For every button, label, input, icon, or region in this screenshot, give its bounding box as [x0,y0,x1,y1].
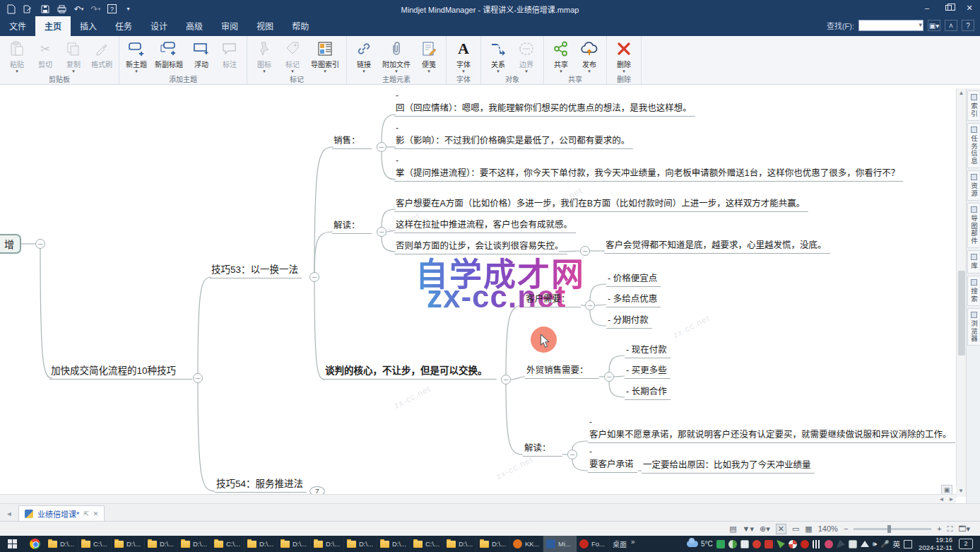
topic-customer-need-2[interactable]: - 多给点优惠 [606,291,661,307]
flower-app-icon[interactable] [825,540,833,548]
panel-tab-browser[interactable]: 浏览器 [967,308,979,346]
tab-file[interactable]: 文件 [0,16,35,36]
panel-tab-search[interactable]: 搜索 [967,276,979,306]
undo-icon[interactable]: ↶▾ [73,4,84,14]
topic-jiedu-item-3-child[interactable]: 客户会觉得都不知道是底，越要求，心里越发慌，没底。 [604,237,830,254]
collapse-node-main[interactable]: – [193,373,203,383]
paste-button[interactable]: 粘贴 [3,37,31,74]
topic-customer-need-3[interactable]: - 分期付款 [606,312,652,329]
topic-core[interactable]: 谈判的核心，不让步，但是可以交换。 [324,363,497,380]
scroll-down-icon[interactable]: ▼ [956,486,966,495]
tab-scroll-left-icon[interactable]: ◄ [0,510,18,521]
taskbar-folder-6[interactable]: C:\... [211,536,244,552]
fit-page-icon[interactable]: ⛶ [947,524,953,534]
collapse-node-jiedu2[interactable]: – [567,450,577,459]
taskbar-folder-4[interactable]: D:\... [145,536,178,552]
ribbon-help-icon[interactable]: ? [962,20,974,31]
taskbar-chrome-button[interactable] [24,539,45,549]
collapse-node-sales[interactable]: – [377,142,386,152]
volume-icon[interactable]: 🕪 [873,540,877,548]
clock[interactable]: 19:16 2024-12-11 [916,536,955,551]
taskbar-folder-1[interactable]: D:\... [45,536,78,552]
tab-review[interactable]: 审阅 [212,16,247,36]
topic-jiedu2-item-1[interactable]: -客户如果不愿意承诺，那就说明客户还没有认定要买，就需要继续做说服和异议消除的工… [588,418,955,443]
copy-button[interactable]: 复制 [59,37,88,74]
green-cursor-app-icon[interactable] [777,540,785,548]
start-button[interactable] [0,536,24,552]
tab-insert[interactable]: 插入 [71,16,106,36]
flame-app-icon[interactable] [801,540,809,548]
horizontal-scrollbar[interactable]: ◄ ► [0,494,956,503]
find-input[interactable] [858,20,923,31]
pen-app-icon[interactable] [837,540,845,548]
taskbar-app-fo[interactable]: Fo... [577,536,610,552]
calendar-icon[interactable]: ▦ [805,524,812,534]
document-tab-active[interactable]: 业绩倍增课* ⇱ ✕ [18,505,105,521]
taskbar-folder-13[interactable]: D:\... [444,536,477,552]
panel-tab-resources[interactable]: 资源 [967,170,979,201]
taskbar-folder-12[interactable]: C:\... [411,536,444,552]
topic-customer-needs-label[interactable]: 客户需要： [524,291,581,307]
new-topic-button[interactable]: 新主题 [122,37,150,74]
red-badge-app-icon[interactable] [752,540,761,548]
redo-icon[interactable]: ↷▾ [90,4,101,14]
taskbar-folder-2[interactable]: C:\... [78,536,112,552]
outline-view-icon[interactable]: ▤ [729,524,736,534]
customize-toolbar-icon[interactable]: ▾ [123,4,134,14]
ime-mode-icon[interactable] [904,540,912,548]
open-document-icon[interactable] [23,4,33,14]
taskbar-folder-14[interactable]: D:\... [477,536,510,552]
close-button[interactable]: ✕ [959,0,980,16]
fit-map-button[interactable]: ▣ [941,485,952,495]
topic-jiedu-item-2[interactable]: 这样在拉扯中推进流程，客户也会有成就感。 [394,217,576,233]
topic-sales-needs-label[interactable]: 外贸销售需要： [525,363,599,379]
toolbar-overflow-chevron[interactable]: » [630,538,639,550]
map-canvas[interactable]: zx-cc.net zx-cc.net zx-cc.net zx-cc.net … [0,88,956,503]
notification-center-button[interactable]: 2 [959,539,973,549]
delete-button[interactable]: 删除 [610,37,638,74]
map-index-button[interactable]: 导图索引 [307,37,343,74]
collapse-node-jiedu-item-3[interactable]: – [580,246,590,256]
restore-button[interactable] [938,0,959,16]
topic-customer-need-1[interactable]: - 价格便宜点 [606,271,661,287]
icons-button[interactable]: 图标 [250,37,278,74]
topic-main[interactable]: 加快成交简化流程的10种技巧 [49,363,192,380]
panel-tab-index[interactable]: 索引 [967,90,979,121]
topic-sales-item-1[interactable]: -回（回应情绪）：嗯嗯，我能理解你们想买的优惠点的想法，是我也这样想。 [394,91,695,117]
clipboard-app-icon[interactable] [740,540,749,548]
window-bars-app-icon[interactable] [813,540,821,548]
topic-sales-item-2[interactable]: -影（影响）：不过我们价格确实是最低了，公司都有要求的。 [394,124,633,149]
pinwheel-app-icon[interactable] [789,540,797,548]
attach-file-button[interactable]: 附加文件 [378,37,415,74]
taskbar-app-mindmanager[interactable]: Mi... [543,536,577,552]
collapse-node-core[interactable]: – [501,375,511,384]
floating-topic-button[interactable]: 浮动 [187,37,216,74]
taskbar-folder-10[interactable]: D:\... [344,536,377,552]
vertical-scroll-thumb[interactable] [958,271,965,356]
taskbar-folder-8[interactable]: D:\... [278,536,311,552]
taskbar-folder-9[interactable]: D:\... [311,536,344,552]
zoom-slider-thumb[interactable] [887,525,891,533]
notes-app-icon[interactable] [716,540,725,548]
tab-advanced[interactable]: 高级 [177,16,212,36]
topic-sales-label[interactable]: 销售： [332,133,372,149]
cut-button[interactable]: ✂剪切 [31,37,59,74]
taskbar-folder-7[interactable]: D:\... [244,536,278,552]
window-view-icon[interactable]: 🗔▾ [958,524,970,534]
boundary-button[interactable]: 边界 [512,37,541,74]
save-icon[interactable] [40,4,50,14]
print-icon[interactable] [57,4,67,14]
network-icon[interactable] [861,541,869,547]
collapse-ribbon-icon[interactable]: ˄ [945,20,957,31]
taskbar-folder-3[interactable]: D:\... [112,536,145,552]
topic-sales-need-2[interactable]: - 买更多些 [625,363,671,379]
weather-widget[interactable]: 5°C [687,540,713,548]
font-button[interactable]: A字体 [449,37,478,74]
panel-tab-library[interactable]: 库 [967,250,979,274]
collapse-node-root[interactable]: – [35,239,45,249]
taskbar-app-kk[interactable]: KK... [510,536,543,552]
tags-button[interactable]: 标记 [278,37,307,74]
desktop-toolbar-label[interactable]: 桌面 [610,539,630,549]
taskbar-folder-11[interactable]: D:\... [377,536,411,552]
topic-jiedu-label[interactable]: 解读： [332,218,372,234]
